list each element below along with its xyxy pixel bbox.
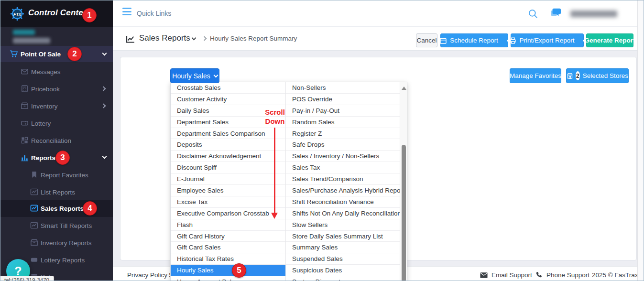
dropdown-item[interactable]: Deposits [171, 139, 285, 151]
report-type-dropdown: Crosstab Sales Customer Activity Daily S… [170, 82, 407, 281]
email-icon [480, 272, 488, 279]
dropdown-item-selected[interactable]: Hourly Sales [171, 265, 285, 276]
dropdown-item[interactable]: Safe Drops [286, 139, 401, 151]
sidebar-item-messages[interactable]: Messages [0, 63, 113, 80]
scroll-down-arrowhead-icon [271, 213, 278, 219]
search-icon[interactable] [528, 9, 538, 19]
dropdown-item[interactable]: Summary Sales [286, 242, 401, 253]
chevron-right-icon [101, 104, 106, 108]
cart-icon [10, 50, 18, 58]
control-center-app: FTx Control Center 1 Point Of Sale 2 Mes… [0, 0, 644, 281]
dropdown-item[interactable]: Register Z [286, 128, 401, 140]
sidebar-item-lottery[interactable]: Lottery [0, 115, 113, 132]
messages-icon [21, 67, 29, 76]
dropdown-scrollbar[interactable] [400, 82, 407, 281]
chevron-down-icon[interactable] [192, 36, 196, 41]
sidebar-item-list-reports[interactable]: List Reports [0, 184, 113, 201]
dropdown-item[interactable]: Sales / Inventory / Non-Sellers [286, 151, 401, 162]
sidebar-item-point-of-sale[interactable]: Point Of Sale [0, 46, 113, 62]
page-header: Sales Reports Hourly Sales Report Summar… [113, 27, 644, 51]
dropdown-item[interactable]: Excise Tax [171, 196, 285, 208]
dropdown-item[interactable]: Store Daily Sales Summary List [286, 231, 401, 242]
dropdown-item[interactable]: Executive Comparison Crosstab [171, 208, 285, 219]
selected-stores-button[interactable]: 2 Selected Stores [566, 68, 629, 83]
store-icon [567, 73, 573, 79]
dropdown-item[interactable]: Historical Tax Rates [171, 253, 285, 265]
phone-support-link[interactable]: Phone Support [546, 271, 589, 279]
dropdown-item[interactable]: Suspended Sales [286, 253, 401, 265]
copyright-text: 2025 © FasTrax [592, 271, 638, 279]
print-export-report-button[interactable]: Print/Export Report [511, 33, 584, 47]
inventory-icon [30, 238, 39, 247]
store-subname-redacted [13, 38, 50, 43]
quick-links-icon[interactable] [122, 8, 131, 17]
line-chart-icon [30, 188, 39, 196]
dropdown-item[interactable]: Discount Spiff [171, 162, 285, 173]
report-select-button[interactable]: Hourly Sales [170, 68, 219, 83]
dropdown-item[interactable]: Sales Trend/Comparison [286, 173, 401, 185]
sidebar-item-smart-till-reports[interactable]: Smart Till Reports [0, 217, 113, 234]
dropdown-item[interactable]: Non-Sellers [286, 82, 401, 94]
dropdown-item[interactable]: Shift Reconciliation Variance [286, 196, 401, 208]
store-count-badge: 2 [576, 71, 580, 80]
dropdown-item[interactable]: Disclaimer Acknowledgement [171, 151, 285, 162]
scrollbar-up-arrow-icon[interactable] [402, 86, 406, 90]
scroll-down-arrow [274, 128, 275, 213]
annotation-badge-2: 2 [67, 47, 82, 61]
sidebar-item-reconciliation[interactable]: Reconciliation [0, 132, 113, 149]
dropdown-item[interactable]: Random Sales [286, 117, 401, 128]
dropdown-item[interactable]: Employee Sales [171, 185, 285, 196]
sidebar-item-inventory-reports[interactable]: Inventory Reports [0, 234, 113, 251]
app-title: Control Center [28, 8, 87, 18]
sidebar-item-report-favorites[interactable]: Report Favorites [0, 166, 113, 184]
chevron-down-icon [213, 73, 218, 77]
dropdown-item[interactable]: Shifts Not On Any Daily Reconciliations [286, 208, 401, 219]
ftx-logo-text: FTx [13, 12, 22, 17]
sidebar-item-inventory[interactable]: Inventory [0, 97, 113, 115]
dropdown-item[interactable]: House Account Balance [171, 276, 285, 281]
privacy-policy-link[interactable]: Privacy Policy [127, 271, 167, 279]
breadcrumb-root[interactable]: Sales Reports [139, 33, 190, 43]
quick-links-label[interactable]: Quick Links [137, 10, 171, 17]
dropdown-item[interactable]: Department Sales Comparison [171, 128, 285, 140]
manage-favorites-button[interactable]: Manage Favorites [510, 68, 561, 83]
generate-report-button[interactable]: Generate Report [586, 33, 633, 47]
dropdown-item[interactable]: Sales Tax [286, 162, 401, 173]
annotation-badge-1: 1 [82, 8, 97, 22]
chevron-down-icon [102, 51, 107, 56]
dropdown-item[interactable]: Suspicious Dates [286, 265, 401, 276]
pricebook-icon [21, 85, 29, 93]
page-scrollbar-track[interactable] [637, 0, 644, 281]
bookmark-icon [30, 171, 39, 179]
schedule-report-button[interactable]: Schedule Report [440, 33, 508, 47]
bar-chart-icon [21, 153, 29, 162]
dropdown-item[interactable]: Pay-in / Pay-Out [286, 105, 401, 117]
dropdown-item[interactable]: Gift Card History [171, 231, 285, 242]
chat-icon[interactable] [550, 8, 563, 19]
dropdown-item[interactable]: Customer Activity [171, 94, 285, 105]
printer-icon [510, 37, 516, 44]
line-chart-icon [30, 204, 39, 213]
scrollbar-thumb[interactable] [402, 145, 406, 281]
line-chart-icon [30, 221, 39, 230]
dropdown-item[interactable]: E-Journal [171, 173, 285, 185]
phone-icon [535, 271, 543, 278]
store-name-redacted [13, 30, 35, 35]
cancel-button[interactable]: Cancel [416, 33, 437, 47]
username-redacted [570, 11, 617, 17]
dropdown-item[interactable]: Crosstab Sales [171, 82, 285, 94]
email-support-link[interactable]: Email Support [491, 271, 532, 279]
status-bar-link: tel:(256) 319-3470 [0, 276, 54, 281]
sales-reports-icon [126, 34, 135, 44]
dropdown-item[interactable]: Slow Sellers [286, 219, 401, 231]
dropdown-item[interactable]: Flash [171, 219, 285, 231]
chevron-down-icon [102, 154, 107, 159]
dropdown-item[interactable]: System Discounts [286, 276, 401, 281]
sidebar-item-pricebook[interactable]: Pricebook [0, 80, 113, 97]
dropdown-item[interactable]: Sales/Purchase Analysis Hybrid Report [286, 185, 401, 196]
ftx-gear-icon: FTx [9, 6, 25, 22]
annotation-badge-5: 5 [232, 263, 246, 278]
dropdown-item[interactable]: Gift Card Sales [171, 242, 285, 253]
dropdown-item[interactable]: POS Override [286, 94, 401, 105]
sidebar: FTx Control Center 1 Point Of Sale 2 Mes… [0, 0, 113, 281]
